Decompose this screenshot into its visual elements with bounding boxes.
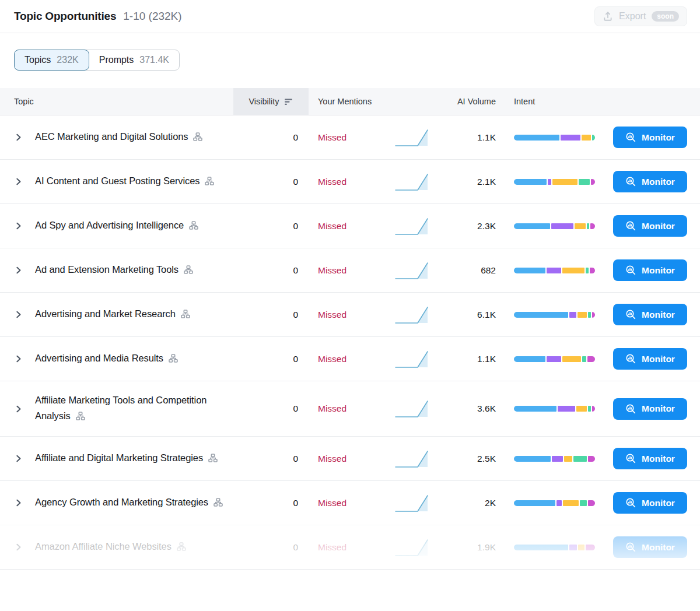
chevron-right-icon [14, 454, 23, 463]
monitor-magnifier-chart-icon [625, 403, 636, 415]
intent-segment-green [580, 500, 587, 506]
sitemap-icon [208, 451, 218, 467]
intent-distribution-bar [514, 312, 595, 318]
monitor-button[interactable]: Monitor [613, 448, 687, 469]
intent-segment-purple [569, 312, 576, 318]
intent-segment-blue [514, 223, 550, 229]
monitor-button[interactable]: Monitor [613, 398, 687, 420]
table-row[interactable]: Advertising and Market Research 0 Missed… [0, 293, 700, 337]
export-button[interactable]: Export soon [594, 6, 687, 26]
table-row[interactable]: Advertising and Media Results 0 Missed 1… [0, 337, 700, 381]
expander-cell [0, 454, 35, 463]
export-upload-icon [603, 11, 613, 22]
mentions-status: Missed [309, 542, 383, 553]
monitor-button-label: Monitor [642, 403, 675, 414]
monitor-magnifier-chart-icon [625, 309, 636, 320]
mentions-status: Missed [309, 221, 383, 231]
table-header: Topic Visibility Your Mentions AI Volume… [0, 88, 700, 115]
table-row[interactable]: AEC Marketing and Digital Solutions 0 Mi… [0, 115, 700, 160]
trend-cell [383, 127, 441, 148]
intent-segment-purple [547, 356, 561, 362]
expand-row-button[interactable] [14, 266, 23, 275]
intent-segment-magenta [586, 545, 595, 550]
mentions-status: Missed [309, 454, 383, 464]
table-row[interactable]: Affiliate Marketing Tools and Competitio… [0, 381, 700, 437]
intent-segment-purple [558, 406, 575, 412]
expand-row-button[interactable] [14, 133, 23, 142]
monitor-button[interactable]: Monitor [613, 127, 687, 148]
monitor-button-label: Monitor [642, 542, 675, 553]
expand-row-button[interactable] [14, 222, 23, 230]
topic-name: Advertising and Market Research [35, 308, 176, 319]
expand-row-button[interactable] [14, 405, 23, 413]
table-row[interactable]: Ad Spy and Advertising Intelligence 0 Mi… [0, 204, 700, 248]
expand-row-button[interactable] [14, 177, 23, 186]
sitemap-icon [76, 409, 85, 425]
intent-segment-blue [514, 356, 545, 362]
table-row[interactable]: Affiliate and Digital Marketing Strategi… [0, 437, 700, 481]
column-header-topic-label: Topic [14, 97, 34, 106]
table-row[interactable]: AI Content and Guest Posting Services 0 … [0, 160, 700, 204]
trend-sparkline [394, 349, 430, 370]
trend-cell [383, 493, 441, 514]
sitemap-icon [205, 174, 214, 190]
table-row[interactable]: Amazon Affiliate Niche Websites 0 Missed… [0, 525, 700, 570]
tab-topics-label: Topics [24, 55, 51, 65]
intent-segment-green [573, 456, 587, 462]
intent-cell [496, 456, 604, 462]
column-header-your-mentions-label: Your Mentions [318, 97, 372, 106]
expand-row-button[interactable] [14, 498, 23, 507]
intent-segment-blue [514, 500, 555, 506]
intent-cell [496, 179, 604, 185]
intent-segment-magenta [588, 500, 595, 506]
intent-cell [496, 135, 604, 141]
monitor-button[interactable]: Monitor [613, 171, 687, 192]
mentions-status: Missed [309, 310, 383, 320]
monitor-button[interactable]: Monitor [613, 536, 687, 558]
column-header-intent: Intent [496, 88, 604, 115]
monitor-cell: Monitor [604, 215, 700, 237]
expander-cell [0, 310, 35, 319]
intent-segment-orange [563, 500, 579, 506]
intent-segment-magenta [592, 312, 595, 318]
intent-segment-orange [564, 456, 572, 462]
ai-volume-value: 6.1K [441, 310, 496, 320]
intent-segment-blue [514, 268, 545, 273]
monitor-cell: Monitor [604, 304, 700, 325]
monitor-button[interactable]: Monitor [613, 492, 687, 514]
sitemap-icon [189, 219, 198, 234]
table-row[interactable]: Ad and Extension Marketing Tools 0 Misse… [0, 248, 700, 293]
ai-volume-value: 682 [441, 265, 496, 276]
intent-cell [496, 406, 604, 412]
monitor-button-label: Monitor [642, 454, 675, 464]
sitemap-icon [184, 263, 193, 279]
topbar: Topic Opportunities 1-10 (232K) Export s… [0, 0, 700, 33]
expand-row-button[interactable] [14, 454, 23, 463]
monitor-button[interactable]: Monitor [613, 215, 687, 237]
expander-cell [0, 266, 35, 275]
topic-cell: AEC Marketing and Digital Solutions [35, 129, 233, 146]
column-header-visibility-label: Visibility [249, 97, 279, 106]
intent-segment-purple [547, 268, 561, 273]
ai-volume-value: 1.1K [441, 132, 496, 143]
expand-row-button[interactable] [14, 354, 23, 363]
topic-cell: Ad Spy and Advertising Intelligence [35, 217, 233, 234]
monitor-button[interactable]: Monitor [613, 348, 687, 370]
column-header-visibility[interactable]: Visibility [233, 88, 309, 115]
tab-prompts[interactable]: Prompts 371.4K [86, 50, 180, 71]
expand-row-button[interactable] [14, 310, 23, 319]
chevron-right-icon [14, 266, 23, 275]
table-row[interactable]: Agency Growth and Marketing Strategies 0… [0, 481, 700, 525]
topic-cell: Advertising and Market Research [35, 306, 233, 323]
sitemap-icon [214, 496, 223, 511]
sitemap-icon [169, 352, 178, 367]
monitor-button[interactable]: Monitor [613, 259, 687, 281]
monitor-button[interactable]: Monitor [613, 304, 687, 325]
monitor-button-label: Monitor [642, 132, 675, 143]
tab-topics[interactable]: Topics 232K [14, 50, 89, 71]
expand-row-button[interactable] [14, 543, 23, 552]
chevron-right-icon [14, 354, 23, 363]
topic-cell: Advertising and Media Results [35, 350, 233, 367]
intent-segment-orange [582, 135, 591, 141]
visibility-cell: 0 [233, 265, 309, 276]
